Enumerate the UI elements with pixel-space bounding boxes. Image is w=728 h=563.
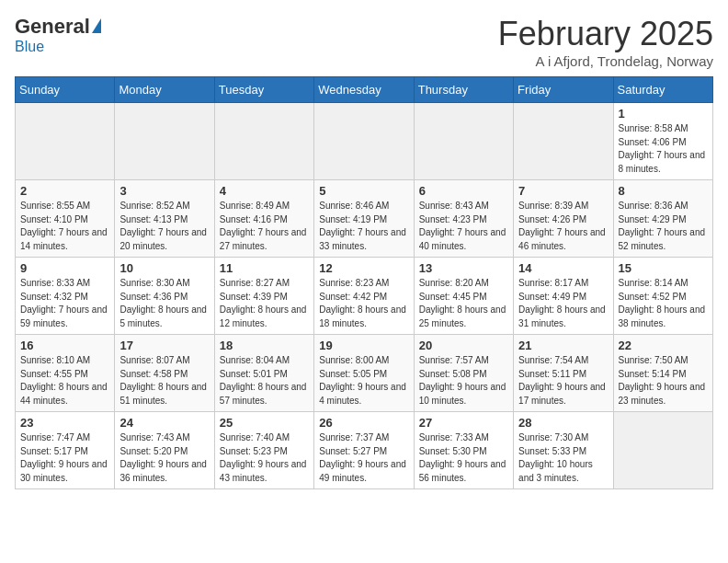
calendar-header-friday: Friday [514, 77, 613, 103]
calendar-cell: 19Sunrise: 8:00 AM Sunset: 5:05 PM Dayli… [314, 335, 414, 412]
calendar-cell: 26Sunrise: 7:37 AM Sunset: 5:27 PM Dayli… [314, 412, 414, 489]
day-info: Sunrise: 7:40 AM Sunset: 5:23 PM Dayligh… [220, 431, 309, 485]
calendar-cell: 23Sunrise: 7:47 AM Sunset: 5:17 PM Dayli… [16, 412, 115, 489]
calendar-week-row: 16Sunrise: 8:10 AM Sunset: 4:55 PM Dayli… [16, 335, 713, 412]
day-number: 10 [119, 261, 209, 275]
calendar-cell: 20Sunrise: 7:57 AM Sunset: 5:08 PM Dayli… [414, 335, 513, 412]
day-number: 24 [119, 416, 209, 430]
calendar-header-wednesday: Wednesday [314, 77, 414, 103]
day-info: Sunrise: 8:14 AM Sunset: 4:52 PM Dayligh… [619, 277, 708, 330]
calendar-cell: 7Sunrise: 8:39 AM Sunset: 4:26 PM Daylig… [514, 180, 613, 258]
calendar-cell: 2Sunrise: 8:55 AM Sunset: 4:10 PM Daylig… [16, 180, 115, 258]
day-info: Sunrise: 8:46 AM Sunset: 4:19 PM Dayligh… [319, 200, 408, 253]
calendar-table: SundayMondayTuesdayWednesdayThursdayFrid… [15, 76, 713, 489]
calendar-cell: 15Sunrise: 8:14 AM Sunset: 4:52 PM Dayli… [613, 258, 712, 335]
title-block: February 2025 A i Afjord, Trondelag, Nor… [498, 15, 713, 69]
day-info: Sunrise: 8:10 AM Sunset: 4:55 PM Dayligh… [20, 354, 109, 408]
day-number: 5 [319, 184, 408, 198]
calendar-cell [214, 103, 313, 180]
day-number: 14 [518, 261, 608, 275]
calendar-cell: 25Sunrise: 7:40 AM Sunset: 5:23 PM Dayli… [214, 412, 313, 489]
day-info: Sunrise: 8:27 AM Sunset: 4:39 PM Dayligh… [220, 277, 309, 330]
day-info: Sunrise: 7:50 AM Sunset: 5:14 PM Dayligh… [619, 354, 708, 408]
day-info: Sunrise: 8:30 AM Sunset: 4:36 PM Dayligh… [119, 277, 209, 330]
calendar-cell: 18Sunrise: 8:04 AM Sunset: 5:01 PM Dayli… [214, 335, 313, 412]
calendar-cell [613, 412, 712, 489]
calendar-cell: 3Sunrise: 8:52 AM Sunset: 4:13 PM Daylig… [115, 180, 214, 258]
calendar-cell: 10Sunrise: 8:30 AM Sunset: 4:36 PM Dayli… [115, 258, 214, 335]
calendar-cell [414, 103, 513, 180]
calendar-cell: 6Sunrise: 8:43 AM Sunset: 4:23 PM Daylig… [414, 180, 513, 258]
calendar-cell: 9Sunrise: 8:33 AM Sunset: 4:32 PM Daylig… [16, 258, 115, 335]
day-number: 11 [220, 261, 309, 275]
day-info: Sunrise: 8:17 AM Sunset: 4:49 PM Dayligh… [518, 277, 608, 330]
day-info: Sunrise: 8:07 AM Sunset: 4:58 PM Dayligh… [119, 354, 209, 408]
calendar-cell: 14Sunrise: 8:17 AM Sunset: 4:49 PM Dayli… [514, 258, 613, 335]
day-number: 17 [119, 339, 209, 352]
day-number: 7 [518, 184, 608, 198]
calendar-cell: 27Sunrise: 7:33 AM Sunset: 5:30 PM Dayli… [414, 412, 513, 489]
calendar-week-row: 9Sunrise: 8:33 AM Sunset: 4:32 PM Daylig… [16, 258, 713, 335]
calendar-header-monday: Monday [115, 77, 214, 103]
calendar-cell [16, 103, 115, 180]
calendar-cell: 4Sunrise: 8:49 AM Sunset: 4:16 PM Daylig… [214, 180, 313, 258]
day-number: 22 [619, 339, 708, 352]
day-info: Sunrise: 8:04 AM Sunset: 5:01 PM Dayligh… [220, 354, 309, 408]
day-number: 8 [619, 184, 708, 198]
day-info: Sunrise: 8:39 AM Sunset: 4:26 PM Dayligh… [518, 200, 608, 253]
day-info: Sunrise: 7:47 AM Sunset: 5:17 PM Dayligh… [20, 431, 109, 485]
day-info: Sunrise: 8:58 AM Sunset: 4:06 PM Dayligh… [619, 122, 708, 176]
day-info: Sunrise: 7:30 AM Sunset: 5:33 PM Dayligh… [518, 431, 608, 485]
day-info: Sunrise: 7:33 AM Sunset: 5:30 PM Dayligh… [419, 431, 508, 485]
calendar-week-row: 2Sunrise: 8:55 AM Sunset: 4:10 PM Daylig… [16, 180, 713, 258]
logo-general: General [15, 15, 90, 39]
day-number: 12 [319, 261, 408, 275]
calendar-header-tuesday: Tuesday [214, 77, 313, 103]
month-title: February 2025 [498, 15, 713, 53]
day-number: 1 [619, 107, 708, 121]
calendar-cell: 1Sunrise: 8:58 AM Sunset: 4:06 PM Daylig… [613, 103, 712, 180]
day-number: 18 [220, 339, 309, 352]
day-number: 19 [319, 339, 408, 352]
calendar-cell: 16Sunrise: 8:10 AM Sunset: 4:55 PM Dayli… [16, 335, 115, 412]
calendar-header-thursday: Thursday [414, 77, 513, 103]
calendar-header-sunday: Sunday [16, 77, 115, 103]
day-number: 13 [419, 261, 508, 275]
calendar-cell: 28Sunrise: 7:30 AM Sunset: 5:33 PM Dayli… [514, 412, 613, 489]
calendar-cell: 24Sunrise: 7:43 AM Sunset: 5:20 PM Dayli… [115, 412, 214, 489]
calendar-cell: 21Sunrise: 7:54 AM Sunset: 5:11 PM Dayli… [514, 335, 613, 412]
logo-blue: Blue [15, 39, 44, 55]
page-header: General Blue February 2025 A i Afjord, T… [15, 15, 713, 69]
day-number: 15 [619, 261, 708, 275]
calendar-cell: 17Sunrise: 8:07 AM Sunset: 4:58 PM Dayli… [115, 335, 214, 412]
day-number: 3 [119, 184, 209, 198]
calendar-week-row: 1Sunrise: 8:58 AM Sunset: 4:06 PM Daylig… [16, 103, 713, 180]
calendar-cell: 13Sunrise: 8:20 AM Sunset: 4:45 PM Dayli… [414, 258, 513, 335]
day-info: Sunrise: 8:49 AM Sunset: 4:16 PM Dayligh… [220, 200, 309, 253]
calendar-cell: 12Sunrise: 8:23 AM Sunset: 4:42 PM Dayli… [314, 258, 414, 335]
day-info: Sunrise: 7:54 AM Sunset: 5:11 PM Dayligh… [518, 354, 608, 408]
day-number: 27 [419, 416, 508, 430]
day-info: Sunrise: 8:52 AM Sunset: 4:13 PM Dayligh… [119, 200, 209, 253]
day-number: 4 [220, 184, 309, 198]
day-info: Sunrise: 8:43 AM Sunset: 4:23 PM Dayligh… [419, 200, 508, 253]
day-number: 23 [20, 416, 109, 430]
calendar-cell: 8Sunrise: 8:36 AM Sunset: 4:29 PM Daylig… [613, 180, 712, 258]
day-info: Sunrise: 8:20 AM Sunset: 4:45 PM Dayligh… [419, 277, 508, 330]
day-number: 6 [419, 184, 508, 198]
day-info: Sunrise: 7:43 AM Sunset: 5:20 PM Dayligh… [119, 431, 209, 485]
day-number: 2 [20, 184, 109, 198]
day-number: 20 [419, 339, 508, 352]
day-number: 9 [20, 261, 109, 275]
calendar-cell: 11Sunrise: 8:27 AM Sunset: 4:39 PM Dayli… [214, 258, 313, 335]
day-number: 28 [518, 416, 608, 430]
day-info: Sunrise: 8:36 AM Sunset: 4:29 PM Dayligh… [619, 200, 708, 253]
day-info: Sunrise: 8:55 AM Sunset: 4:10 PM Dayligh… [20, 200, 109, 253]
day-number: 26 [319, 416, 408, 430]
calendar-header-saturday: Saturday [613, 77, 712, 103]
calendar-cell: 22Sunrise: 7:50 AM Sunset: 5:14 PM Dayli… [613, 335, 712, 412]
day-info: Sunrise: 7:57 AM Sunset: 5:08 PM Dayligh… [419, 354, 508, 408]
day-number: 21 [518, 339, 608, 352]
calendar-cell: 5Sunrise: 8:46 AM Sunset: 4:19 PM Daylig… [314, 180, 414, 258]
calendar-week-row: 23Sunrise: 7:47 AM Sunset: 5:17 PM Dayli… [16, 412, 713, 489]
